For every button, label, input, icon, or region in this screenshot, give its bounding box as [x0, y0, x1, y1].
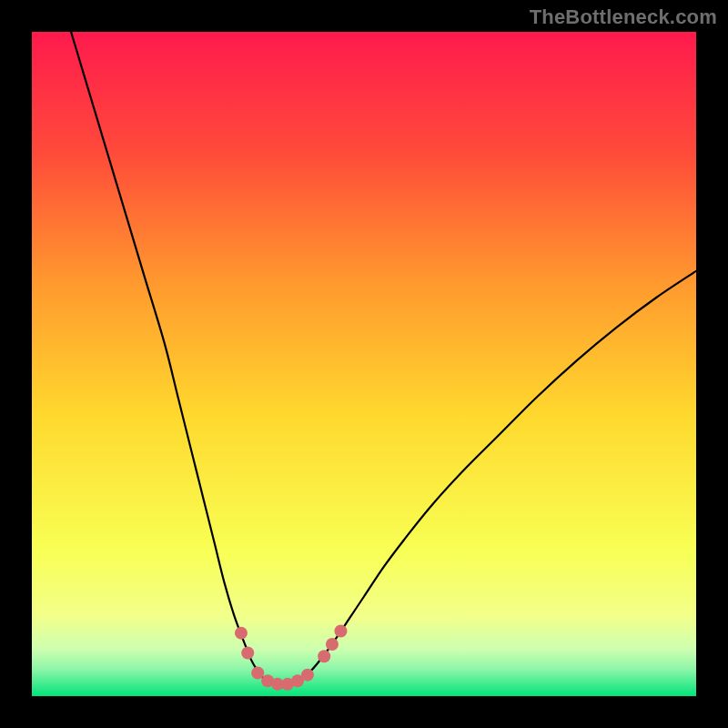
watermark-text: TheBottleneck.com: [530, 5, 717, 29]
data-marker: [318, 650, 330, 662]
data-marker: [235, 627, 248, 640]
plot-area: [32, 32, 696, 696]
data-marker: [301, 669, 314, 682]
data-marker: [326, 638, 339, 651]
chart-svg: [32, 32, 696, 696]
data-marker: [241, 647, 254, 660]
data-marker: [334, 624, 347, 637]
data-marker: [251, 666, 264, 679]
chart-frame: TheBottleneck.com: [0, 0, 728, 728]
